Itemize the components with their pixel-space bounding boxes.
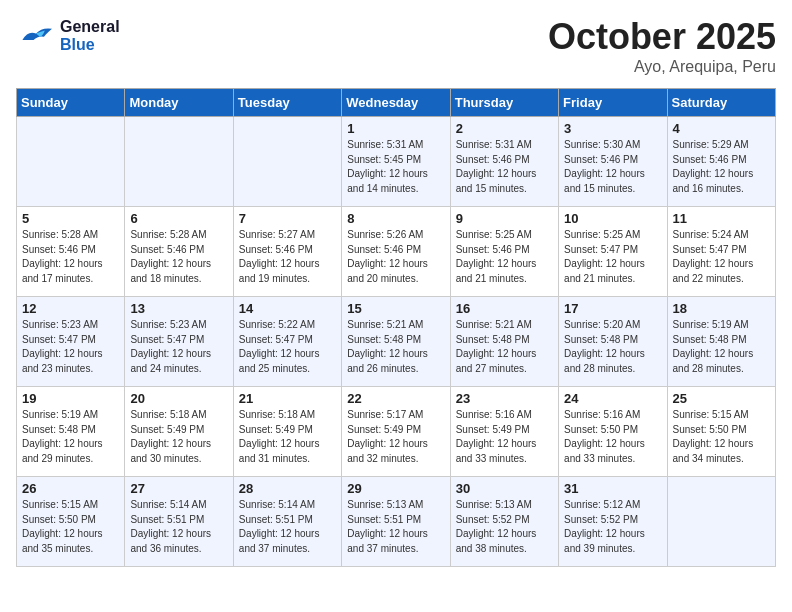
calendar-day-cell — [17, 117, 125, 207]
day-info: Sunrise: 5:21 AMSunset: 5:48 PMDaylight:… — [347, 318, 444, 376]
calendar-day-cell: 2Sunrise: 5:31 AMSunset: 5:46 PMDaylight… — [450, 117, 558, 207]
title-area: October 2025 Ayo, Arequipa, Peru — [548, 16, 776, 76]
day-info: Sunrise: 5:31 AMSunset: 5:46 PMDaylight:… — [456, 138, 553, 196]
calendar-day-cell: 1Sunrise: 5:31 AMSunset: 5:45 PMDaylight… — [342, 117, 450, 207]
day-info: Sunrise: 5:28 AMSunset: 5:46 PMDaylight:… — [130, 228, 227, 286]
calendar-day-cell: 30Sunrise: 5:13 AMSunset: 5:52 PMDayligh… — [450, 477, 558, 567]
logo-icon — [16, 16, 56, 56]
location-title: Ayo, Arequipa, Peru — [548, 58, 776, 76]
day-number: 9 — [456, 211, 553, 226]
weekday-header: Monday — [125, 89, 233, 117]
calendar-day-cell: 13Sunrise: 5:23 AMSunset: 5:47 PMDayligh… — [125, 297, 233, 387]
day-number: 11 — [673, 211, 770, 226]
day-info: Sunrise: 5:18 AMSunset: 5:49 PMDaylight:… — [239, 408, 336, 466]
day-number: 27 — [130, 481, 227, 496]
calendar-day-cell: 9Sunrise: 5:25 AMSunset: 5:46 PMDaylight… — [450, 207, 558, 297]
day-number: 26 — [22, 481, 119, 496]
day-number: 29 — [347, 481, 444, 496]
day-number: 5 — [22, 211, 119, 226]
day-info: Sunrise: 5:25 AMSunset: 5:47 PMDaylight:… — [564, 228, 661, 286]
day-info: Sunrise: 5:22 AMSunset: 5:47 PMDaylight:… — [239, 318, 336, 376]
day-number: 12 — [22, 301, 119, 316]
day-info: Sunrise: 5:27 AMSunset: 5:46 PMDaylight:… — [239, 228, 336, 286]
day-info: Sunrise: 5:17 AMSunset: 5:49 PMDaylight:… — [347, 408, 444, 466]
day-info: Sunrise: 5:16 AMSunset: 5:50 PMDaylight:… — [564, 408, 661, 466]
calendar-day-cell: 21Sunrise: 5:18 AMSunset: 5:49 PMDayligh… — [233, 387, 341, 477]
day-info: Sunrise: 5:25 AMSunset: 5:46 PMDaylight:… — [456, 228, 553, 286]
calendar-day-cell: 4Sunrise: 5:29 AMSunset: 5:46 PMDaylight… — [667, 117, 775, 207]
day-number: 14 — [239, 301, 336, 316]
day-info: Sunrise: 5:19 AMSunset: 5:48 PMDaylight:… — [673, 318, 770, 376]
day-number: 22 — [347, 391, 444, 406]
day-info: Sunrise: 5:21 AMSunset: 5:48 PMDaylight:… — [456, 318, 553, 376]
calendar-day-cell: 14Sunrise: 5:22 AMSunset: 5:47 PMDayligh… — [233, 297, 341, 387]
calendar-day-cell: 15Sunrise: 5:21 AMSunset: 5:48 PMDayligh… — [342, 297, 450, 387]
calendar-day-cell: 6Sunrise: 5:28 AMSunset: 5:46 PMDaylight… — [125, 207, 233, 297]
day-number: 6 — [130, 211, 227, 226]
day-number: 28 — [239, 481, 336, 496]
weekday-header: Wednesday — [342, 89, 450, 117]
day-info: Sunrise: 5:20 AMSunset: 5:48 PMDaylight:… — [564, 318, 661, 376]
calendar-day-cell: 31Sunrise: 5:12 AMSunset: 5:52 PMDayligh… — [559, 477, 667, 567]
day-info: Sunrise: 5:30 AMSunset: 5:46 PMDaylight:… — [564, 138, 661, 196]
calendar-day-cell — [125, 117, 233, 207]
day-info: Sunrise: 5:15 AMSunset: 5:50 PMDaylight:… — [673, 408, 770, 466]
calendar-day-cell: 8Sunrise: 5:26 AMSunset: 5:46 PMDaylight… — [342, 207, 450, 297]
calendar-week-row: 12Sunrise: 5:23 AMSunset: 5:47 PMDayligh… — [17, 297, 776, 387]
day-info: Sunrise: 5:15 AMSunset: 5:50 PMDaylight:… — [22, 498, 119, 556]
calendar-day-cell: 11Sunrise: 5:24 AMSunset: 5:47 PMDayligh… — [667, 207, 775, 297]
weekday-header: Thursday — [450, 89, 558, 117]
weekday-header: Tuesday — [233, 89, 341, 117]
day-info: Sunrise: 5:24 AMSunset: 5:47 PMDaylight:… — [673, 228, 770, 286]
day-info: Sunrise: 5:16 AMSunset: 5:49 PMDaylight:… — [456, 408, 553, 466]
calendar-day-cell: 26Sunrise: 5:15 AMSunset: 5:50 PMDayligh… — [17, 477, 125, 567]
logo: General Blue — [16, 16, 120, 56]
day-info: Sunrise: 5:23 AMSunset: 5:47 PMDaylight:… — [130, 318, 227, 376]
day-number: 10 — [564, 211, 661, 226]
day-number: 25 — [673, 391, 770, 406]
calendar-day-cell: 12Sunrise: 5:23 AMSunset: 5:47 PMDayligh… — [17, 297, 125, 387]
calendar-day-cell: 10Sunrise: 5:25 AMSunset: 5:47 PMDayligh… — [559, 207, 667, 297]
day-info: Sunrise: 5:13 AMSunset: 5:51 PMDaylight:… — [347, 498, 444, 556]
calendar-week-row: 19Sunrise: 5:19 AMSunset: 5:48 PMDayligh… — [17, 387, 776, 477]
day-info: Sunrise: 5:14 AMSunset: 5:51 PMDaylight:… — [239, 498, 336, 556]
calendar-day-cell — [233, 117, 341, 207]
day-number: 23 — [456, 391, 553, 406]
day-number: 2 — [456, 121, 553, 136]
day-number: 7 — [239, 211, 336, 226]
month-title: October 2025 — [548, 16, 776, 58]
logo-general: General — [60, 18, 120, 36]
day-info: Sunrise: 5:12 AMSunset: 5:52 PMDaylight:… — [564, 498, 661, 556]
day-number: 13 — [130, 301, 227, 316]
calendar-day-cell: 28Sunrise: 5:14 AMSunset: 5:51 PMDayligh… — [233, 477, 341, 567]
day-number: 18 — [673, 301, 770, 316]
calendar-day-cell: 7Sunrise: 5:27 AMSunset: 5:46 PMDaylight… — [233, 207, 341, 297]
calendar-day-cell: 25Sunrise: 5:15 AMSunset: 5:50 PMDayligh… — [667, 387, 775, 477]
day-number: 4 — [673, 121, 770, 136]
calendar-week-row: 1Sunrise: 5:31 AMSunset: 5:45 PMDaylight… — [17, 117, 776, 207]
calendar-day-cell: 27Sunrise: 5:14 AMSunset: 5:51 PMDayligh… — [125, 477, 233, 567]
calendar-day-cell: 20Sunrise: 5:18 AMSunset: 5:49 PMDayligh… — [125, 387, 233, 477]
calendar-table: SundayMondayTuesdayWednesdayThursdayFrid… — [16, 88, 776, 567]
day-info: Sunrise: 5:31 AMSunset: 5:45 PMDaylight:… — [347, 138, 444, 196]
logo-text: General Blue — [60, 18, 120, 53]
logo-blue: Blue — [60, 36, 120, 54]
day-number: 1 — [347, 121, 444, 136]
day-info: Sunrise: 5:14 AMSunset: 5:51 PMDaylight:… — [130, 498, 227, 556]
day-number: 16 — [456, 301, 553, 316]
calendar-day-cell: 19Sunrise: 5:19 AMSunset: 5:48 PMDayligh… — [17, 387, 125, 477]
calendar-day-cell: 29Sunrise: 5:13 AMSunset: 5:51 PMDayligh… — [342, 477, 450, 567]
day-number: 15 — [347, 301, 444, 316]
calendar-day-cell: 17Sunrise: 5:20 AMSunset: 5:48 PMDayligh… — [559, 297, 667, 387]
day-number: 30 — [456, 481, 553, 496]
calendar-day-cell: 18Sunrise: 5:19 AMSunset: 5:48 PMDayligh… — [667, 297, 775, 387]
weekday-header: Sunday — [17, 89, 125, 117]
day-info: Sunrise: 5:19 AMSunset: 5:48 PMDaylight:… — [22, 408, 119, 466]
calendar-week-row: 26Sunrise: 5:15 AMSunset: 5:50 PMDayligh… — [17, 477, 776, 567]
day-info: Sunrise: 5:13 AMSunset: 5:52 PMDaylight:… — [456, 498, 553, 556]
day-info: Sunrise: 5:18 AMSunset: 5:49 PMDaylight:… — [130, 408, 227, 466]
calendar-day-cell: 22Sunrise: 5:17 AMSunset: 5:49 PMDayligh… — [342, 387, 450, 477]
calendar-day-cell: 5Sunrise: 5:28 AMSunset: 5:46 PMDaylight… — [17, 207, 125, 297]
calendar-day-cell: 3Sunrise: 5:30 AMSunset: 5:46 PMDaylight… — [559, 117, 667, 207]
day-info: Sunrise: 5:29 AMSunset: 5:46 PMDaylight:… — [673, 138, 770, 196]
